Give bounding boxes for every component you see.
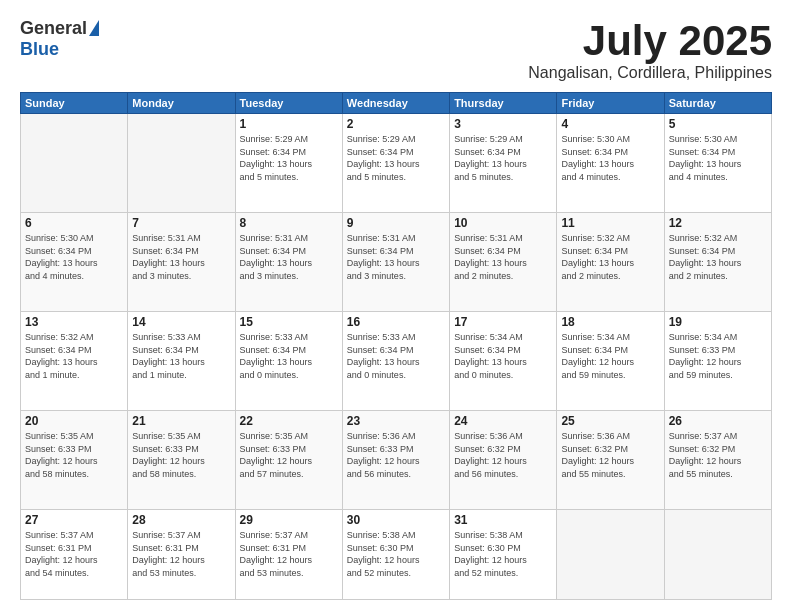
table-row (664, 510, 771, 600)
day-detail: Sunrise: 5:37 AMSunset: 6:31 PMDaylight:… (25, 529, 123, 579)
table-row: 7Sunrise: 5:31 AMSunset: 6:34 PMDaylight… (128, 213, 235, 312)
day-number: 3 (454, 117, 552, 131)
table-row: 20Sunrise: 5:35 AMSunset: 6:33 PMDayligh… (21, 411, 128, 510)
day-number: 29 (240, 513, 338, 527)
calendar-table: Sunday Monday Tuesday Wednesday Thursday… (20, 92, 772, 600)
table-row: 9Sunrise: 5:31 AMSunset: 6:34 PMDaylight… (342, 213, 449, 312)
day-detail: Sunrise: 5:34 AMSunset: 6:33 PMDaylight:… (669, 331, 767, 381)
day-number: 6 (25, 216, 123, 230)
day-number: 12 (669, 216, 767, 230)
day-number: 31 (454, 513, 552, 527)
table-row: 25Sunrise: 5:36 AMSunset: 6:32 PMDayligh… (557, 411, 664, 510)
table-row: 11Sunrise: 5:32 AMSunset: 6:34 PMDayligh… (557, 213, 664, 312)
day-detail: Sunrise: 5:34 AMSunset: 6:34 PMDaylight:… (454, 331, 552, 381)
table-row: 28Sunrise: 5:37 AMSunset: 6:31 PMDayligh… (128, 510, 235, 600)
day-number: 1 (240, 117, 338, 131)
day-detail: Sunrise: 5:29 AMSunset: 6:34 PMDaylight:… (347, 133, 445, 183)
logo: General Blue (20, 18, 99, 60)
day-detail: Sunrise: 5:32 AMSunset: 6:34 PMDaylight:… (669, 232, 767, 282)
title-block: July 2025 Nangalisan, Cordillera, Philip… (528, 18, 772, 82)
table-row: 18Sunrise: 5:34 AMSunset: 6:34 PMDayligh… (557, 312, 664, 411)
table-row: 10Sunrise: 5:31 AMSunset: 6:34 PMDayligh… (450, 213, 557, 312)
table-row: 16Sunrise: 5:33 AMSunset: 6:34 PMDayligh… (342, 312, 449, 411)
day-detail: Sunrise: 5:30 AMSunset: 6:34 PMDaylight:… (669, 133, 767, 183)
calendar-week-row: 20Sunrise: 5:35 AMSunset: 6:33 PMDayligh… (21, 411, 772, 510)
day-number: 20 (25, 414, 123, 428)
table-row: 23Sunrise: 5:36 AMSunset: 6:33 PMDayligh… (342, 411, 449, 510)
day-number: 22 (240, 414, 338, 428)
table-row: 14Sunrise: 5:33 AMSunset: 6:34 PMDayligh… (128, 312, 235, 411)
header-thursday: Thursday (450, 93, 557, 114)
table-row: 3Sunrise: 5:29 AMSunset: 6:34 PMDaylight… (450, 114, 557, 213)
day-number: 2 (347, 117, 445, 131)
day-detail: Sunrise: 5:34 AMSunset: 6:34 PMDaylight:… (561, 331, 659, 381)
day-number: 14 (132, 315, 230, 329)
day-detail: Sunrise: 5:33 AMSunset: 6:34 PMDaylight:… (132, 331, 230, 381)
table-row: 12Sunrise: 5:32 AMSunset: 6:34 PMDayligh… (664, 213, 771, 312)
day-number: 27 (25, 513, 123, 527)
calendar-week-row: 1Sunrise: 5:29 AMSunset: 6:34 PMDaylight… (21, 114, 772, 213)
day-detail: Sunrise: 5:31 AMSunset: 6:34 PMDaylight:… (347, 232, 445, 282)
header-sunday: Sunday (21, 93, 128, 114)
day-number: 9 (347, 216, 445, 230)
table-row: 29Sunrise: 5:37 AMSunset: 6:31 PMDayligh… (235, 510, 342, 600)
day-number: 19 (669, 315, 767, 329)
calendar-week-row: 6Sunrise: 5:30 AMSunset: 6:34 PMDaylight… (21, 213, 772, 312)
day-detail: Sunrise: 5:35 AMSunset: 6:33 PMDaylight:… (132, 430, 230, 480)
day-number: 24 (454, 414, 552, 428)
day-number: 21 (132, 414, 230, 428)
day-detail: Sunrise: 5:35 AMSunset: 6:33 PMDaylight:… (25, 430, 123, 480)
day-detail: Sunrise: 5:37 AMSunset: 6:31 PMDaylight:… (132, 529, 230, 579)
table-row (128, 114, 235, 213)
calendar-title: July 2025 (528, 18, 772, 64)
calendar-week-row: 27Sunrise: 5:37 AMSunset: 6:31 PMDayligh… (21, 510, 772, 600)
day-detail: Sunrise: 5:30 AMSunset: 6:34 PMDaylight:… (25, 232, 123, 282)
table-row (21, 114, 128, 213)
day-number: 28 (132, 513, 230, 527)
day-detail: Sunrise: 5:32 AMSunset: 6:34 PMDaylight:… (561, 232, 659, 282)
header-monday: Monday (128, 93, 235, 114)
day-detail: Sunrise: 5:36 AMSunset: 6:32 PMDaylight:… (561, 430, 659, 480)
table-row: 22Sunrise: 5:35 AMSunset: 6:33 PMDayligh… (235, 411, 342, 510)
day-number: 11 (561, 216, 659, 230)
table-row: 15Sunrise: 5:33 AMSunset: 6:34 PMDayligh… (235, 312, 342, 411)
day-number: 7 (132, 216, 230, 230)
logo-general-text: General (20, 18, 87, 39)
logo-blue-text: Blue (20, 39, 59, 60)
table-row: 24Sunrise: 5:36 AMSunset: 6:32 PMDayligh… (450, 411, 557, 510)
day-number: 26 (669, 414, 767, 428)
day-number: 23 (347, 414, 445, 428)
day-detail: Sunrise: 5:36 AMSunset: 6:32 PMDaylight:… (454, 430, 552, 480)
table-row: 17Sunrise: 5:34 AMSunset: 6:34 PMDayligh… (450, 312, 557, 411)
day-detail: Sunrise: 5:38 AMSunset: 6:30 PMDaylight:… (454, 529, 552, 579)
day-detail: Sunrise: 5:38 AMSunset: 6:30 PMDaylight:… (347, 529, 445, 579)
day-number: 16 (347, 315, 445, 329)
table-row: 19Sunrise: 5:34 AMSunset: 6:33 PMDayligh… (664, 312, 771, 411)
day-detail: Sunrise: 5:37 AMSunset: 6:31 PMDaylight:… (240, 529, 338, 579)
logo-triangle-icon (89, 20, 99, 36)
day-detail: Sunrise: 5:32 AMSunset: 6:34 PMDaylight:… (25, 331, 123, 381)
table-row: 13Sunrise: 5:32 AMSunset: 6:34 PMDayligh… (21, 312, 128, 411)
header-friday: Friday (557, 93, 664, 114)
day-detail: Sunrise: 5:37 AMSunset: 6:32 PMDaylight:… (669, 430, 767, 480)
day-number: 4 (561, 117, 659, 131)
header-wednesday: Wednesday (342, 93, 449, 114)
day-detail: Sunrise: 5:29 AMSunset: 6:34 PMDaylight:… (240, 133, 338, 183)
table-row: 1Sunrise: 5:29 AMSunset: 6:34 PMDaylight… (235, 114, 342, 213)
day-number: 5 (669, 117, 767, 131)
table-row: 31Sunrise: 5:38 AMSunset: 6:30 PMDayligh… (450, 510, 557, 600)
day-number: 18 (561, 315, 659, 329)
day-number: 30 (347, 513, 445, 527)
header: General Blue July 2025 Nangalisan, Cordi… (20, 18, 772, 82)
day-detail: Sunrise: 5:36 AMSunset: 6:33 PMDaylight:… (347, 430, 445, 480)
day-detail: Sunrise: 5:31 AMSunset: 6:34 PMDaylight:… (132, 232, 230, 282)
calendar-location: Nangalisan, Cordillera, Philippines (528, 64, 772, 82)
calendar-week-row: 13Sunrise: 5:32 AMSunset: 6:34 PMDayligh… (21, 312, 772, 411)
table-row: 4Sunrise: 5:30 AMSunset: 6:34 PMDaylight… (557, 114, 664, 213)
table-row: 30Sunrise: 5:38 AMSunset: 6:30 PMDayligh… (342, 510, 449, 600)
page: General Blue July 2025 Nangalisan, Cordi… (0, 0, 792, 612)
day-number: 17 (454, 315, 552, 329)
table-row: 5Sunrise: 5:30 AMSunset: 6:34 PMDaylight… (664, 114, 771, 213)
day-number: 25 (561, 414, 659, 428)
table-row: 8Sunrise: 5:31 AMSunset: 6:34 PMDaylight… (235, 213, 342, 312)
